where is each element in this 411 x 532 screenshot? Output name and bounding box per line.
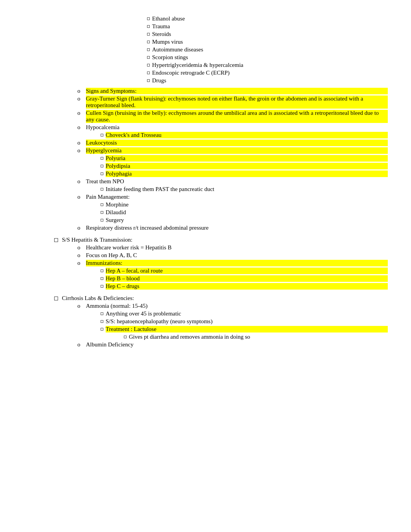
bullet-icon bbox=[147, 33, 150, 36]
polyphagia-item: Polyphagia bbox=[101, 171, 388, 177]
item-text: Polydipsia bbox=[106, 163, 388, 169]
item-text: S/S: hepatoencephalopathy (neuro symptom… bbox=[106, 318, 388, 325]
hypocalcemia-item: o Hypocalcemia bbox=[77, 124, 388, 131]
o-bullet: o bbox=[77, 225, 83, 231]
ammonia-item: o Ammonia (normal: 15-45) bbox=[77, 303, 388, 309]
o-bullet: o bbox=[77, 244, 83, 251]
hepatitis-label: S/S Hepatitis & Transmission: bbox=[62, 237, 388, 243]
list-item: Drugs bbox=[147, 77, 388, 84]
bullet-icon bbox=[101, 312, 103, 315]
chovecks-item: Choveck's and Trosseau bbox=[101, 132, 388, 138]
item-text: Immunizations: bbox=[86, 260, 388, 266]
over45-item: Anything over 45 is problematic bbox=[101, 310, 388, 317]
item-text: Scorpion stings bbox=[152, 54, 388, 61]
item-text: Gray-Turner Sign (flank bruising): ecchy… bbox=[86, 95, 388, 109]
bullet-icon bbox=[147, 56, 150, 59]
bullet-icon bbox=[147, 72, 150, 74]
morphine-item: Morphine bbox=[101, 201, 388, 208]
item-text: Hep C – drugs bbox=[106, 283, 388, 290]
bullet-icon bbox=[101, 269, 103, 272]
bullet-icon bbox=[101, 285, 103, 288]
item-text: Hypocalcemia bbox=[86, 124, 388, 131]
o-bullet: o bbox=[77, 303, 83, 309]
item-text: Dilaudid bbox=[106, 209, 388, 216]
item-text: Steroids bbox=[152, 31, 388, 38]
hep-c-item: Hep C – drugs bbox=[101, 283, 388, 290]
list-item: Autoimmune diseases bbox=[147, 46, 388, 53]
initiate-feeding-item: Initiate feeding them PAST the pancreati… bbox=[101, 186, 388, 193]
bullet-icon bbox=[147, 25, 150, 28]
list-item: Hypertriglyceridemia & hypercalcemia bbox=[147, 62, 388, 68]
bullet-icon bbox=[147, 64, 150, 66]
item-text: Treatment : Lactulose bbox=[106, 326, 388, 332]
item-text: Mumps virus bbox=[152, 39, 388, 45]
bullet-icon bbox=[147, 48, 150, 51]
list-item: Mumps virus bbox=[147, 39, 388, 45]
list-item: Scorpion stings bbox=[147, 54, 388, 61]
hep-b-item: Hep B – blood bbox=[101, 275, 388, 282]
respiratory-item: o Respiratory distress r/t increased abd… bbox=[77, 225, 388, 231]
item-text: Signs and Symptoms: bbox=[86, 88, 388, 94]
item-text: Albumin Deficiency bbox=[86, 341, 388, 348]
item-text: Hyperglycemia bbox=[86, 147, 388, 154]
leukocytosis-item: o Leukocytosis bbox=[77, 140, 388, 146]
o-bullet: o bbox=[77, 124, 83, 131]
signs-symptoms-item: o Signs and Symptoms: bbox=[77, 88, 388, 94]
item-text: Trauma bbox=[152, 23, 388, 30]
bullet-icon bbox=[124, 336, 127, 338]
o-bullet: o bbox=[77, 140, 83, 146]
o-bullet: o bbox=[77, 178, 83, 185]
main-bullet-icon bbox=[54, 297, 58, 300]
hyperglycemia-item: o Hyperglycemia bbox=[77, 147, 388, 154]
item-text: Choveck's and Trosseau bbox=[106, 132, 388, 138]
immunizations-item: o Immunizations: bbox=[77, 260, 388, 266]
o-bullet: o bbox=[77, 260, 83, 266]
bullet-icon bbox=[101, 328, 103, 331]
item-text: Autoimmune diseases bbox=[152, 46, 388, 53]
item-text: Respiratory distress r/t increased abdom… bbox=[86, 225, 388, 231]
dilaudid-item: Dilaudid bbox=[101, 209, 388, 216]
item-text: Pain Management: bbox=[86, 194, 388, 200]
list-item: Endoscopic retrograde C (ECRP) bbox=[147, 70, 388, 76]
o-bullet: o bbox=[77, 147, 83, 154]
healthcare-worker-item: o Healthcare worker risk = Hepatitis B bbox=[77, 244, 388, 251]
item-text: Cullen Sign (bruising in the belly): ecc… bbox=[86, 110, 388, 123]
o-bullet: o bbox=[77, 341, 83, 348]
focus-hep-item: o Focus on Hep A, B, C bbox=[77, 252, 388, 259]
item-text: Gives pt diarrhea and removes ammonia in… bbox=[129, 334, 388, 340]
item-text: Focus on Hep A, B, C bbox=[86, 252, 388, 259]
bullet-icon bbox=[101, 219, 103, 222]
bullet-icon bbox=[101, 172, 103, 175]
item-text: Leukocytosis bbox=[86, 140, 388, 146]
item-text: Hep B – blood bbox=[106, 275, 388, 282]
bullet-icon bbox=[101, 157, 103, 160]
item-text: Treat them NPO bbox=[86, 178, 388, 185]
item-text: Ethanol abuse bbox=[152, 15, 388, 22]
o-bullet: o bbox=[77, 194, 83, 200]
hep-a-item: Hep A – fecal, oral route bbox=[101, 268, 388, 274]
o-bullet: o bbox=[77, 252, 83, 259]
list-item: Ethanol abuse bbox=[147, 15, 388, 22]
item-text: Hep A – fecal, oral route bbox=[106, 268, 388, 274]
cirrhosis-main: Cirrhosis Labs & Deficiencies: bbox=[54, 295, 388, 302]
o-bullet: o bbox=[77, 95, 83, 102]
main-bullet-icon bbox=[54, 238, 58, 242]
bullet-icon bbox=[101, 211, 103, 214]
item-text: Anything over 45 is problematic bbox=[106, 310, 388, 317]
bullet-icon bbox=[101, 203, 103, 206]
gray-turner-item: o Gray-Turner Sign (flank bruising): ecc… bbox=[77, 95, 388, 109]
ss-hepato-item: S/S: hepatoencephalopathy (neuro symptom… bbox=[101, 318, 388, 325]
item-text: Healthcare worker risk = Hepatitis B bbox=[86, 244, 388, 251]
list-item: Steroids bbox=[147, 31, 388, 38]
item-text: Initiate feeding them PAST the pancreati… bbox=[106, 186, 388, 193]
hepatitis-main: S/S Hepatitis & Transmission: bbox=[54, 237, 388, 243]
bullet-icon bbox=[147, 17, 150, 20]
item-text: Polyphagia bbox=[106, 171, 388, 177]
gives-diarrhea-item: Gives pt diarrhea and removes ammonia in… bbox=[124, 334, 388, 340]
surgery-item: Surgery bbox=[101, 217, 388, 223]
bullet-icon bbox=[101, 165, 103, 167]
cullen-sign-item: o Cullen Sign (bruising in the belly): e… bbox=[77, 110, 388, 123]
albumin-item: o Albumin Deficiency bbox=[77, 341, 388, 348]
bullet-icon bbox=[147, 79, 150, 82]
bullet-icon bbox=[101, 320, 103, 323]
